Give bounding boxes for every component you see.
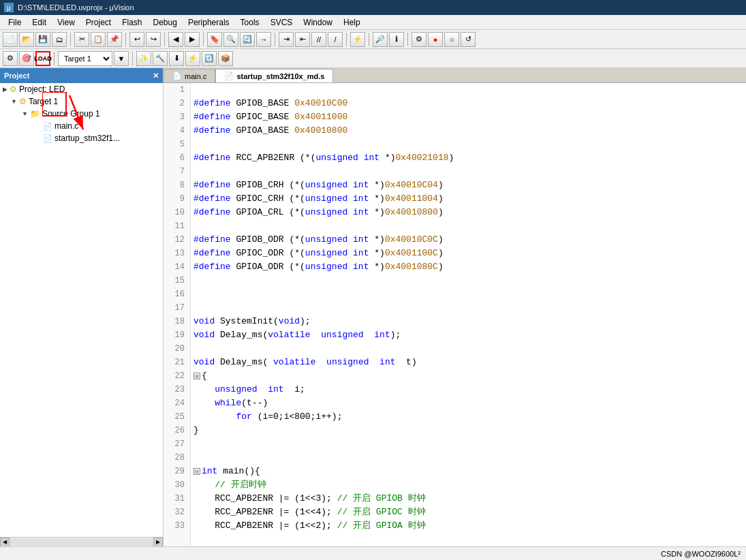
code-token	[347, 192, 353, 206]
proj-icon-btn[interactable]: ⚙	[3, 51, 18, 66]
code-token: )	[438, 192, 444, 206]
save-all-btn[interactable]: 🗂	[52, 32, 67, 47]
code-token: GPIOC_ODR (*(	[231, 247, 305, 260]
tab-startup[interactable]: 📄 startup_stm32f10x_md.s	[215, 69, 333, 82]
tree-item-target[interactable]: ▼ ⚙ Target 1	[0, 95, 163, 108]
bookmark-btn[interactable]: 🔖	[207, 32, 222, 47]
code-token: RCC_APB2ENR |= (1<<3);	[193, 492, 337, 505]
sep4	[203, 33, 204, 46]
menu-item-window[interactable]: Window	[298, 16, 338, 29]
code-token	[347, 206, 353, 219]
tab-mainc[interactable]: 📄 main.c	[164, 69, 215, 82]
toolbar-row-2: ⚙ 🎯 LOAD Target 1 ▼ ✨ 🔨 ⬇ ⚡ 🔃 📦	[0, 49, 746, 68]
debug-stop-btn[interactable]: ○	[444, 32, 459, 47]
sep6	[346, 33, 347, 46]
line-num-12: 12	[166, 233, 187, 247]
back-btn[interactable]: ◀	[168, 32, 183, 47]
code-line-30: // 开启时钟	[193, 478, 746, 492]
forward-btn[interactable]: ▶	[185, 32, 200, 47]
line-num-26: 26	[166, 424, 187, 437]
search-btn2[interactable]: 🔎	[373, 32, 388, 47]
tree-item-project[interactable]: ▶ ⚙ Project: LED	[0, 83, 163, 95]
cut-btn[interactable]: ✂	[74, 32, 89, 47]
menu-item-tools[interactable]: Tools	[235, 16, 265, 29]
menu-item-edit[interactable]: Edit	[27, 16, 52, 29]
comment-btn[interactable]: //	[311, 32, 326, 47]
undo-btn[interactable]: ↩	[129, 32, 144, 47]
info-btn[interactable]: ℹ	[389, 32, 404, 47]
code-token: // 开启 GPIOC 时钟	[337, 505, 426, 519]
code-token: (t--)	[241, 396, 268, 410]
sidebar-hscrollbar[interactable]: ◀ ▶	[0, 537, 163, 546]
find-btn[interactable]: 🔍	[223, 32, 238, 47]
menu-item-file[interactable]: File	[3, 16, 27, 29]
menu-bar: FileEditViewProjectFlashDebugPeripherals…	[0, 15, 746, 30]
package-btn[interactable]: 📦	[218, 51, 233, 66]
replace-btn[interactable]: 🔄	[240, 32, 255, 47]
open-btn[interactable]: 📂	[19, 32, 34, 47]
tab-icon-startup: 📄	[224, 72, 234, 80]
load-btn[interactable]: LOAD	[35, 51, 50, 66]
tree-label-startup: startup_stm32f1...	[55, 134, 120, 143]
tree-item-mainc[interactable]: 📄 main.c	[0, 120, 163, 132]
fold-marker-22[interactable]: ⊟	[193, 373, 200, 379]
flash-btn[interactable]: ⚡	[185, 51, 200, 66]
menu-item-svcs[interactable]: SVCS	[265, 16, 298, 29]
title-text: D:\STM\LED\LED.uvprojx - µVision	[18, 3, 134, 12]
menu-item-view[interactable]: View	[52, 16, 80, 29]
settings-btn[interactable]: ⚙	[411, 32, 426, 47]
dropdown-arrow[interactable]: ▼	[114, 51, 129, 66]
code-token: int	[374, 328, 390, 342]
code-token: int	[202, 465, 217, 478]
code-token: GPIOC_BASE	[231, 110, 295, 124]
tree-item-startup[interactable]: 📄 startup_stm32f1...	[0, 132, 163, 144]
code-token: )	[438, 206, 444, 219]
toolbar-row-1: 📄 📂 💾 🗂 ✂ 📋 📌 ↩ ↪ ◀ ▶ 🔖 🔍 🔄 → ⇥ ⇤ // / ⚡…	[0, 30, 746, 49]
uncomment-btn[interactable]: /	[328, 32, 343, 47]
menu-item-flash[interactable]: Flash	[116, 16, 147, 29]
indent-btn[interactable]: ⇥	[279, 32, 294, 47]
sidebar-close-btn[interactable]: ✕	[153, 72, 159, 80]
redo-btn[interactable]: ↪	[146, 32, 161, 47]
paste-btn[interactable]: 📌	[107, 32, 122, 47]
build-btn[interactable]: 🔨	[153, 51, 168, 66]
build-all-btn[interactable]: 🔃	[202, 51, 217, 66]
tree-item-srcgrp[interactable]: ▼ 📁 Source Group 1	[0, 108, 163, 120]
target-dropdown[interactable]: Target 1	[58, 51, 112, 66]
save-btn[interactable]: 💾	[35, 32, 50, 47]
menu-item-help[interactable]: Help	[338, 16, 366, 29]
line-num-21: 21	[166, 356, 187, 369]
sep9	[54, 52, 55, 65]
new-btn[interactable]: 📄	[3, 32, 18, 47]
menu-item-project[interactable]: Project	[80, 16, 116, 29]
copy-btn[interactable]: 📋	[91, 32, 106, 47]
code-token: *)	[369, 233, 384, 247]
code-token	[193, 396, 215, 410]
tabs-bar: 📄 main.c 📄 startup_stm32f10x_md.s	[164, 68, 746, 83]
code-lines[interactable]: #define GPIOB_BASE 0x40010C00#define GPI…	[191, 83, 746, 546]
code-token: int	[353, 206, 369, 219]
scroll-left-btn[interactable]: ◀	[0, 538, 10, 547]
scroll-right-btn[interactable]: ▶	[153, 538, 163, 547]
build-wand-btn[interactable]: ✨	[136, 51, 151, 66]
misc-btn1[interactable]: ⚡	[350, 32, 365, 47]
line-num-9: 9	[166, 192, 187, 206]
code-token: while	[215, 396, 241, 410]
menu-item-peripherals[interactable]: Peripherals	[183, 16, 235, 29]
menu-item-debug[interactable]: Debug	[148, 16, 183, 29]
line-num-24: 24	[166, 396, 187, 410]
scroll-track	[10, 539, 153, 546]
code-token	[358, 151, 364, 165]
flash-download-btn[interactable]: ⬇	[169, 51, 184, 66]
debug-start-btn[interactable]: ●	[428, 32, 443, 47]
debug-reset-btn[interactable]: ↺	[461, 32, 476, 47]
code-line-33: RCC_APB2ENR |= (1<<2); // 开启 GPIOA 时钟	[193, 519, 746, 533]
goto-btn[interactable]: →	[256, 32, 271, 47]
tree-label-srcgrp: Source Group 1	[42, 109, 100, 119]
proj-target-btn[interactable]: 🎯	[19, 51, 34, 66]
line-num-27: 27	[166, 437, 187, 451]
code-line-28	[193, 451, 746, 465]
unindent-btn[interactable]: ⇤	[295, 32, 310, 47]
fold-marker-29[interactable]: ⊟	[193, 468, 200, 475]
code-token: 0x40010C04	[385, 178, 438, 192]
